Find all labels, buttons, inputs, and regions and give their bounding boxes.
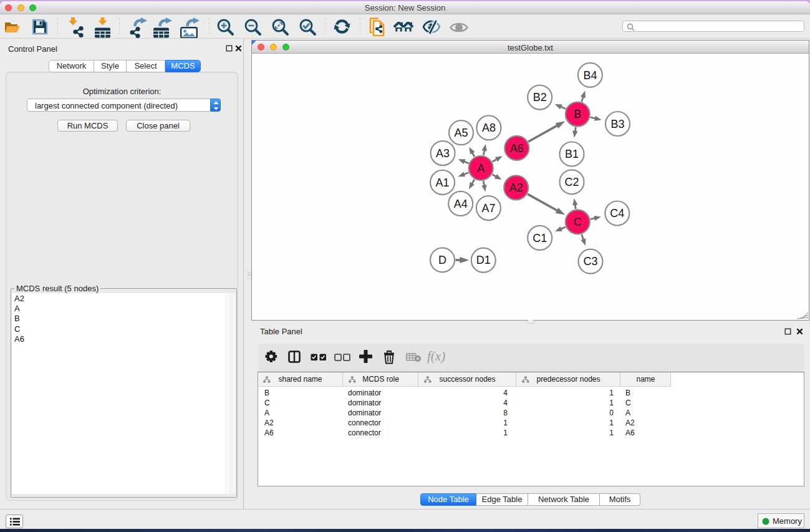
svg-text:B4: B4 xyxy=(583,69,597,82)
svg-text:A: A xyxy=(477,162,485,175)
svg-text:A4: A4 xyxy=(454,198,468,210)
svg-text:C4: C4 xyxy=(610,207,624,220)
svg-text:B3: B3 xyxy=(610,118,624,130)
svg-text:D: D xyxy=(438,254,446,266)
svg-text:A3: A3 xyxy=(436,147,450,160)
svg-text:C2: C2 xyxy=(564,176,579,188)
svg-text:A2: A2 xyxy=(509,181,523,194)
svg-text:A5: A5 xyxy=(454,127,468,139)
svg-text:A7: A7 xyxy=(481,202,495,215)
svg-text:B: B xyxy=(574,108,581,120)
svg-text:B2: B2 xyxy=(533,91,547,104)
svg-text:C: C xyxy=(574,216,582,228)
svg-text:D1: D1 xyxy=(476,254,491,266)
svg-text:C1: C1 xyxy=(533,232,547,244)
svg-text:A8: A8 xyxy=(482,122,496,134)
svg-text:B1: B1 xyxy=(565,148,579,160)
svg-text:A6: A6 xyxy=(510,142,524,155)
svg-text:C3: C3 xyxy=(583,255,597,268)
svg-text:A1: A1 xyxy=(436,177,450,189)
